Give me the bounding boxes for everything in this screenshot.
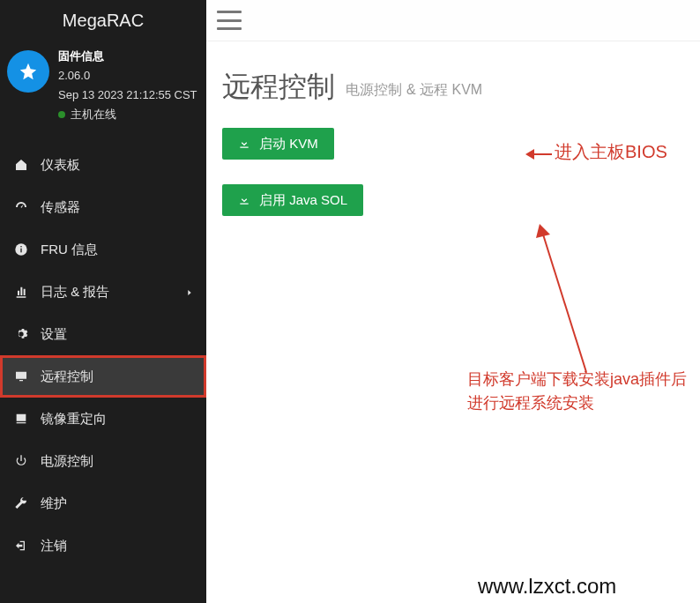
nav-logout[interactable]: 注销: [0, 525, 206, 567]
launch-kvm-button[interactable]: 启动 KVM: [222, 128, 334, 160]
firmware-info-block: 固件信息 2.06.0 Sep 13 2023 21:12:55 CST 主机在…: [0, 41, 206, 135]
nav-label: FRU 信息: [41, 242, 98, 258]
chevron-right-icon: [185, 285, 194, 300]
nav-fru[interactable]: FRU 信息: [0, 228, 206, 271]
gear-icon: [12, 325, 30, 343]
star-icon: [7, 50, 49, 93]
chart-icon: [12, 283, 30, 301]
enable-java-sol-button[interactable]: 启用 Java SOL: [222, 184, 363, 216]
disk-icon: [12, 410, 30, 428]
svg-rect-1: [20, 249, 21, 253]
nav-label: 镜像重定向: [41, 411, 107, 428]
home-icon: [12, 156, 30, 174]
power-icon: [12, 452, 30, 470]
download-icon: [238, 194, 250, 206]
nav-label: 注销: [41, 538, 67, 555]
download-icon: [238, 138, 250, 150]
nav-list: 仪表板 传感器 FRU 信息 日志 & 报告 设置 远程控制: [0, 144, 206, 567]
status-dot-icon: [58, 111, 65, 118]
monitor-icon: [12, 368, 30, 385]
nav-label: 远程控制: [41, 368, 93, 385]
firmware-title: 固件信息: [58, 47, 197, 66]
nav-label: 仪表板: [41, 157, 80, 174]
nav-logs[interactable]: 日志 & 报告: [0, 271, 206, 313]
brand-title: MegaRAC: [0, 0, 206, 41]
button-label: 启动 KVM: [259, 136, 318, 153]
svg-rect-2: [20, 246, 21, 247]
firmware-version: 2.06.0: [58, 66, 197, 86]
nav-label: 维护: [41, 495, 67, 512]
nav-label: 电源控制: [41, 453, 93, 470]
nav-label: 设置: [41, 326, 67, 343]
page-subtitle: 电源控制 & 远程 KVM: [346, 82, 482, 97]
topbar: [206, 0, 700, 41]
info-icon: [12, 241, 30, 258]
page-title: 远程控制: [222, 68, 335, 107]
nav-settings[interactable]: 设置: [0, 313, 206, 355]
nav-remote-control[interactable]: 远程控制: [0, 355, 206, 398]
nav-label: 日志 & 报告: [41, 284, 109, 301]
nav-maintenance[interactable]: 维护: [0, 482, 206, 525]
button-label: 启用 Java SOL: [259, 192, 347, 209]
nav-label: 传感器: [41, 199, 80, 216]
sidebar: MegaRAC 固件信息 2.06.0 Sep 13 2023 21:12:55…: [0, 0, 206, 603]
nav-image-redirect[interactable]: 镜像重定向: [0, 398, 206, 440]
nav-power-control[interactable]: 电源控制: [0, 440, 206, 482]
host-status: 主机在线: [71, 105, 116, 124]
nav-sensors[interactable]: 传感器: [0, 186, 206, 228]
firmware-timestamp: Sep 13 2023 21:12:55 CST: [58, 86, 197, 105]
nav-dashboard[interactable]: 仪表板: [0, 144, 206, 186]
gauge-icon: [12, 198, 30, 216]
watermark-text: www.lzxct.com: [478, 574, 616, 599]
content-area: 远程控制 电源控制 & 远程 KVM 启动 KVM 启用 Java SOL: [206, 41, 700, 603]
main-area: 远程控制 电源控制 & 远程 KVM 启动 KVM 启用 Java SOL 进入…: [206, 0, 700, 603]
logout-icon: [12, 537, 30, 555]
hamburger-icon[interactable]: [217, 11, 242, 30]
wrench-icon: [12, 495, 30, 512]
